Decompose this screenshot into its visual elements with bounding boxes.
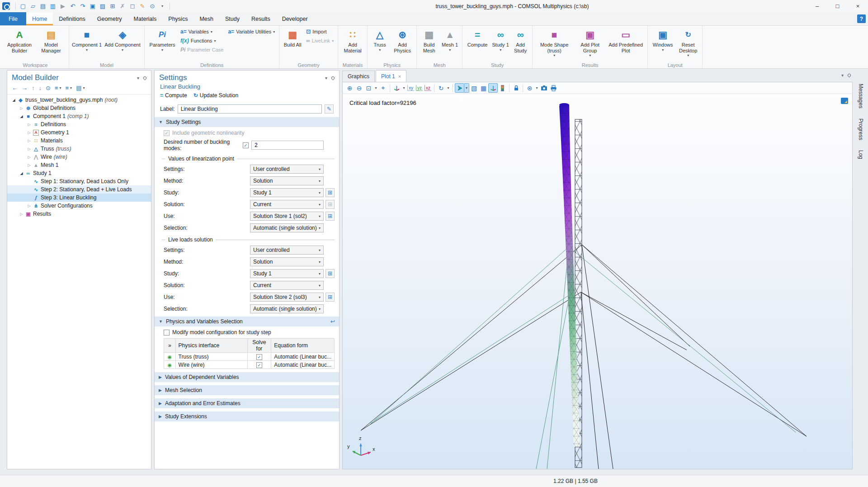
zoom-out-icon[interactable]: ⊖ [354, 83, 364, 93]
minimize-button[interactable]: – [807, 0, 827, 12]
scene-light-icon[interactable]: ▧ [469, 83, 479, 93]
settings-dropdown[interactable]: User controlled▾ [250, 165, 324, 174]
tree-item-materials[interactable]: ▷ ∷ Materials [7, 137, 151, 145]
move-down-icon[interactable]: ↓ [39, 85, 42, 91]
tree-item-definitions[interactable]: ▷ ≡ Definitions [7, 120, 151, 128]
component-1-button[interactable]: ■ Component 1 ▾ [71, 27, 102, 52]
tree-item-results[interactable]: ▷ ▣ Results [7, 210, 151, 218]
show-axes-icon[interactable] [488, 83, 498, 93]
study-dropdown[interactable]: Study 1▾ [250, 188, 324, 197]
table-row[interactable]: ◉ Truss (truss) ✓ Automatic (Linear buc.… [164, 353, 335, 361]
section-study-settings[interactable]: ▼ Study Settings [155, 117, 339, 127]
modify-config-checkbox[interactable] [164, 330, 170, 336]
reset-section-icon[interactable]: ↩ [330, 318, 335, 325]
zoom-extents-icon[interactable]: ⌖ [378, 83, 388, 93]
reset-desktop-button[interactable]: ↻ Reset Desktop ▾ [676, 27, 700, 57]
tab-geometry[interactable]: Geometry [91, 12, 128, 25]
model-manager-button[interactable]: ▤ Model Manager [36, 27, 66, 53]
variable-utilities-button[interactable]: a= Variable Utilities ▾ [226, 27, 277, 36]
environment-icon[interactable]: ⊛ [525, 83, 534, 93]
tab-mesh[interactable]: Mesh [193, 12, 219, 25]
tab-plot-1[interactable]: Plot 1 × [376, 70, 406, 82]
tree-item-geometry-1[interactable]: ▷ A Geometry 1 [7, 128, 151, 137]
tree-item-study-1[interactable]: ◢ ∞ Study 1 [7, 169, 151, 177]
label-input[interactable] [178, 104, 322, 113]
redo-icon[interactable]: ↷ [78, 2, 87, 11]
tab-physics[interactable]: Physics [162, 12, 193, 25]
duplicate-icon[interactable]: ⊞ [108, 2, 117, 11]
tree-item-root[interactable]: ◢ ◆ truss_tower_buckling_guys.mph (root) [7, 96, 151, 104]
windows-button[interactable]: ▣ Windows ▾ [650, 27, 675, 52]
tab-home[interactable]: Home [26, 12, 53, 25]
truss-button[interactable]: △ Truss ▾ [370, 27, 390, 52]
search-caret-icon[interactable]: ▾ [158, 2, 167, 11]
paste-icon[interactable]: ▨ [98, 2, 107, 11]
mode-shape-button[interactable]: ■ Mode Shape (truss) ▾ [535, 27, 574, 57]
view-xy-icon[interactable]: xy [407, 85, 414, 91]
view-orientation-icon[interactable] [392, 83, 401, 93]
build-mesh-button[interactable]: ▦ Build Mesh [419, 27, 439, 53]
tab-file[interactable]: File [0, 12, 26, 25]
save-icon[interactable]: ▤ [38, 2, 47, 11]
section-physics-variables[interactable]: ▼ Physics and Variables Selection ↩ [155, 317, 339, 326]
open-file-icon[interactable]: ▱ [28, 2, 38, 11]
tree-item-step-2[interactable]: ∿ Step 2: Stationary, Dead + Live Loads [7, 185, 151, 194]
go-to-source-button[interactable]: ⊞ [326, 293, 335, 302]
variables-button[interactable]: a= Variables ▾ [179, 27, 225, 36]
rotate-view-icon[interactable]: ↻ [436, 83, 446, 93]
tree-item-truss[interactable]: ▷ △ Truss (truss) [7, 145, 151, 153]
expander-icon[interactable]: ▷ [26, 155, 32, 159]
expander-icon[interactable]: ◢ [11, 98, 17, 102]
buckling-modes-input[interactable] [251, 141, 324, 150]
method-dropdown[interactable]: Solution▾ [250, 257, 324, 266]
undo-icon[interactable]: ↶ [68, 2, 77, 11]
go-to-source-button[interactable]: ⊞ [326, 212, 335, 221]
zoom-in-icon[interactable]: ⊕ [345, 83, 354, 93]
table-row[interactable]: ◉ Wire (wire) ✓ Automatic (Linear buc... [164, 361, 335, 369]
expander-icon[interactable]: ▷ [26, 204, 32, 208]
build-all-button[interactable]: ▦ Build All [282, 27, 303, 48]
study-dropdown[interactable]: Study 1▾ [250, 269, 324, 278]
mesh-1-button[interactable]: ▲ Mesh 1 ▾ [440, 27, 460, 52]
expander-icon[interactable]: ▷ [26, 139, 32, 143]
save-to-model-manager-icon[interactable]: ▥ [48, 2, 57, 11]
expander-icon[interactable]: ▷ [26, 147, 32, 151]
go-to-source-button[interactable]: ⊞ [326, 269, 335, 278]
panel-menu-icon[interactable]: ▾ [841, 73, 844, 78]
show-icon[interactable]: ⊙ [46, 85, 51, 91]
add-component-button[interactable]: ◈ Add Component ▾ [103, 27, 142, 52]
solution-dropdown[interactable]: Current▾ [250, 281, 324, 290]
close-tab-icon[interactable]: × [398, 74, 401, 79]
method-dropdown[interactable]: Solution▾ [250, 176, 324, 185]
grid-icon[interactable]: ▦ [479, 83, 488, 93]
import-button[interactable]: ⊡ Import [304, 27, 335, 36]
section-dependent-variables[interactable]: ▶ Values of Dependent Variables [155, 372, 339, 382]
view-xz-icon[interactable]: xz [425, 85, 431, 91]
add-study-button[interactable]: ∞ Add Study [511, 27, 530, 53]
solution-dropdown[interactable]: Current▾ [250, 200, 324, 209]
tab-materials[interactable]: Materials [128, 12, 163, 25]
print-icon[interactable] [549, 83, 558, 93]
color-legend-icon[interactable] [498, 83, 507, 93]
expander-icon[interactable]: ▷ [19, 106, 24, 110]
section-mesh-selection[interactable]: ▶ Mesh Selection [155, 385, 339, 395]
panel-menu-icon[interactable]: ▾ [137, 76, 139, 80]
tab-definitions[interactable]: Definitions [53, 12, 91, 25]
maximize-button[interactable]: □ [827, 0, 848, 12]
compute-button[interactable]: = Compute [465, 27, 490, 48]
select-box-icon[interactable]: ◻ [128, 2, 137, 11]
use-dropdown[interactable]: Solution Store 1 (sol2)▾ [250, 212, 324, 221]
tree-item-wire[interactable]: ▷ ⋀ Wire (wire) [7, 153, 151, 161]
tab-graphics[interactable]: Graphics [342, 71, 375, 82]
compute-button[interactable]: =Compute [160, 92, 187, 99]
section-adaptation[interactable]: ▶ Adaptation and Error Estimates [155, 398, 339, 408]
tab-log[interactable]: Log [858, 150, 864, 159]
collapse-tree-icon[interactable]: ≡ [66, 85, 69, 91]
expander-icon[interactable]: ▷ [26, 131, 32, 135]
rename-icon[interactable]: ✎ [325, 104, 334, 113]
zoom-box-icon[interactable]: ⊡ [364, 83, 373, 93]
tree-item-solver-configurations[interactable]: ▷ ⋔ Solver Configurations [7, 202, 151, 210]
search-icon[interactable]: ⊙ [148, 2, 157, 11]
tab-results[interactable]: Results [245, 12, 276, 25]
section-study-extensions[interactable]: ▶ Study Extensions [155, 411, 339, 421]
